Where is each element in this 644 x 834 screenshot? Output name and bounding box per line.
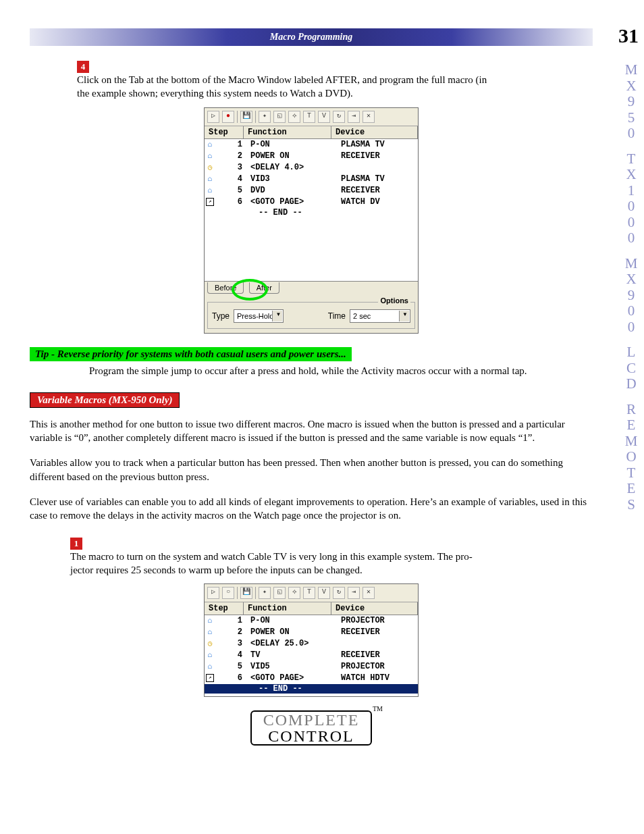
macro-row[interactable]: ⌂2POWER ONRECEIVER — [205, 627, 418, 638]
tool-icon[interactable]: ⟡ — [288, 111, 300, 123]
macro1-columns: Step Function Device — [205, 126, 418, 139]
macro-row[interactable]: ⌂4VID3PLASMA TV — [205, 174, 418, 185]
row-device: PLASMA TV — [338, 139, 418, 151]
toolbar-separator — [255, 111, 256, 123]
tip-title: Tip - Reverse priority for systems with … — [30, 347, 352, 361]
delete-icon[interactable]: ✕ — [363, 587, 375, 599]
macro1-toolbar: ▷ ● 💾 ✦ ◱ ⟡ T V ↻ ⇥ ✕ — [205, 108, 418, 126]
row-function: <DELAY 4.0> — [248, 162, 338, 174]
macro1-grid[interactable]: ⌂1P-ONPLASMA TV⌂2POWER ONRECEIVER◷3<DELA… — [205, 139, 418, 281]
row-device: PROJECTOR — [338, 615, 418, 627]
tool-icon[interactable]: ✦ — [259, 111, 271, 123]
macro-row[interactable]: ↗6<GOTO PAGE>WATCH DV — [205, 197, 418, 208]
tab-after[interactable]: After — [249, 282, 279, 294]
row-step: 4 — [215, 174, 248, 185]
macro-row[interactable]: ⌂1P-ONPROJECTOR — [205, 615, 418, 627]
macro2-toolbar: ▷ ○ 💾 ✦ ◱ ⟡ T V ↻ ⇥ ✕ — [205, 584, 418, 602]
type-combo[interactable]: Press-Hold — [234, 309, 284, 323]
row-function: P-ON — [248, 615, 338, 627]
row-step: 5 — [215, 661, 248, 673]
record-icon[interactable]: ○ — [222, 587, 234, 599]
cursor-icon[interactable]: ▷ — [207, 111, 219, 123]
col-step[interactable]: Step — [205, 126, 244, 138]
tip-body: Program the simple jump to occur after a… — [89, 364, 593, 377]
toolbar-separator — [237, 587, 238, 599]
tool-icon[interactable]: ⟡ — [288, 587, 300, 599]
col-step[interactable]: Step — [205, 602, 244, 615]
toolbar-separator — [255, 587, 256, 599]
macro2-columns: Step Function Device — [205, 602, 418, 615]
macro-row[interactable]: ⌂4TVRECEIVER — [205, 650, 418, 661]
macro-row[interactable]: ↗6<GOTO PAGE>WATCH HDTV — [205, 673, 418, 684]
toolbar-separator — [237, 111, 238, 123]
step4-line2: the example shown; everything this syste… — [77, 86, 590, 100]
end-row[interactable]: -- END -- — [205, 684, 418, 694]
text-icon[interactable]: T — [303, 587, 315, 599]
col-function[interactable]: Function — [244, 602, 331, 615]
type-label: Type — [212, 311, 230, 321]
row-function: TV — [248, 650, 338, 661]
row-device: RECEIVER — [338, 627, 418, 638]
tool-icon[interactable]: ⇥ — [348, 587, 360, 599]
row-step: 6 — [215, 673, 248, 684]
tool-icon[interactable]: ↻ — [333, 111, 345, 123]
step1b-line2: jector requires 25 seconds to warm up be… — [70, 563, 583, 577]
time-combo[interactable]: 2 sec — [350, 309, 410, 323]
row-function: VID3 — [248, 174, 338, 185]
ir-icon: ⌂ — [205, 615, 215, 627]
paragraph-1: This is another method for one button to… — [30, 417, 593, 445]
delay-icon: ◷ — [205, 162, 215, 174]
col-function[interactable]: Function — [244, 126, 331, 138]
options-group: Options Type Press-Hold Time 2 sec — [207, 302, 415, 329]
delay-icon: ◷ — [205, 638, 215, 650]
tool-icon[interactable]: ↻ — [333, 587, 345, 599]
macro-row[interactable]: ⌂1P-ONPLASMA TV — [205, 139, 418, 151]
step4-line1: Click on the Tab at the bottom of the Ma… — [77, 74, 487, 85]
tool-icon[interactable]: ✦ — [259, 587, 271, 599]
step-number-4: 4 — [77, 61, 89, 73]
time-label: Time — [328, 311, 346, 321]
tool-icon[interactable]: ◱ — [273, 587, 286, 599]
save-icon[interactable]: 💾 — [240, 587, 252, 599]
save-icon[interactable]: 💾 — [240, 111, 252, 123]
row-device: PLASMA TV — [338, 174, 418, 185]
play-icon[interactable]: ▷ — [207, 587, 219, 599]
row-function: <GOTO PAGE> — [248, 673, 338, 684]
row-function: POWER ON — [248, 151, 338, 162]
col-device[interactable]: Device — [331, 126, 418, 138]
row-device: RECEIVER — [338, 151, 418, 162]
row-step: 6 — [215, 197, 248, 208]
macro-row[interactable]: ⌂2POWER ONRECEIVER — [205, 151, 418, 162]
macro-row[interactable]: ⌂5DVDRECEIVER — [205, 185, 418, 197]
row-device: WATCH HDTV — [338, 673, 418, 684]
macro-row[interactable]: ◷3<DELAY 25.0> — [205, 638, 418, 650]
delete-icon[interactable]: ✕ — [363, 111, 375, 123]
macro-row[interactable]: ⌂5VID5PROJECTOR — [205, 661, 418, 673]
tab-before[interactable]: Before — [207, 282, 244, 294]
row-step: 2 — [215, 627, 248, 638]
jump-icon: ↗ — [206, 198, 214, 206]
macro-window-2: ▷ ○ 💾 ✦ ◱ ⟡ T V ↻ ⇥ ✕ Step Function Devi… — [204, 583, 419, 697]
macro2-grid[interactable]: ⌂1P-ONPROJECTOR⌂2POWER ONRECEIVER◷3<DELA… — [205, 615, 418, 696]
row-device: PROJECTOR — [338, 661, 418, 673]
variable-icon[interactable]: V — [318, 587, 330, 599]
tool-icon[interactable]: ◱ — [273, 111, 286, 123]
row-step: 2 — [215, 151, 248, 162]
end-row[interactable]: -- END -- — [205, 208, 418, 217]
paragraph-2: Variables allow you to track when a part… — [30, 456, 593, 484]
row-step: 5 — [215, 185, 248, 197]
row-step: 4 — [215, 650, 248, 661]
row-device: RECEIVER — [338, 650, 418, 661]
macro-row[interactable]: ◷3<DELAY 4.0> — [205, 162, 418, 174]
ir-icon: ⌂ — [205, 185, 215, 197]
col-device[interactable]: Device — [331, 602, 418, 615]
step1b-line1: The macro to turn on the system and watc… — [70, 551, 473, 562]
logo-line2: CONTROL — [256, 728, 367, 744]
variable-icon[interactable]: V — [318, 111, 330, 123]
row-step: 3 — [215, 162, 248, 174]
text-icon[interactable]: T — [303, 111, 315, 123]
trademark: TM — [373, 705, 383, 712]
row-device: WATCH DV — [338, 197, 418, 208]
tool-icon[interactable]: ⇥ — [348, 111, 360, 123]
record-icon[interactable]: ● — [222, 111, 234, 123]
